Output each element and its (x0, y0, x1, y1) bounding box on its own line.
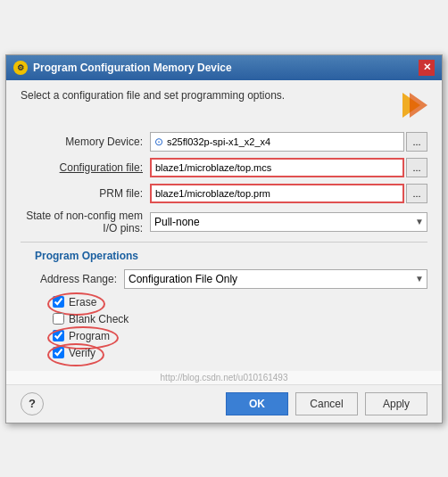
verify-wrapper: Verify (53, 347, 95, 359)
config-file-label: Configuration file: (21, 161, 150, 174)
close-button[interactable]: ✕ (419, 60, 435, 76)
memory-device-label: Memory Device: (21, 136, 150, 148)
erase-label: Erase (69, 296, 96, 308)
prm-file-input-group: ... (150, 184, 427, 203)
config-file-row: Configuration file: ... (21, 158, 427, 177)
description-text: Select a configuration file and set prog… (21, 89, 285, 102)
verify-checkbox[interactable] (53, 347, 64, 358)
device-icon: ⊙ (154, 136, 163, 148)
state-select-wrapper: Pull-none Pull-up Pull-down Float ▼ (150, 212, 427, 232)
prm-file-input[interactable] (150, 184, 404, 203)
divider (21, 242, 427, 243)
prm-file-row: PRM file: ... (21, 184, 427, 203)
address-range-select[interactable]: Configuration File Only Entire Configura… (124, 269, 427, 289)
address-range-label: Address Range: (35, 273, 124, 285)
memory-device-browse-button[interactable]: ... (406, 132, 427, 152)
dialog: ⚙ Program Configuration Memory Device ✕ … (5, 54, 443, 424)
ok-button[interactable]: OK (226, 392, 288, 415)
config-file-input[interactable] (150, 158, 404, 177)
program-ops-title: Program Operations (35, 250, 427, 262)
brand-logo (395, 89, 427, 121)
program-row: Program (35, 330, 427, 342)
button-row: ? OK Cancel Apply (6, 384, 442, 423)
title-bar-left: ⚙ Program Configuration Memory Device (13, 61, 232, 75)
address-range-select-wrapper: Configuration File Only Entire Configura… (124, 269, 427, 289)
verify-row: Verify (35, 347, 427, 359)
erase-row: Erase (35, 296, 427, 308)
description-row: Select a configuration file and set prog… (21, 89, 427, 121)
memory-device-value: s25fl032p-spi-x1_x2_x4 (167, 136, 270, 147)
title-icon: ⚙ (13, 61, 28, 75)
title-bar: ⚙ Program Configuration Memory Device ✕ (6, 55, 442, 80)
form-fields: Memory Device: ⊙ s25fl032p-spi-x1_x2_x4 … (21, 132, 427, 234)
memory-device-display: ⊙ s25fl032p-spi-x1_x2_x4 (150, 132, 404, 152)
dialog-body: Select a configuration file and set prog… (6, 80, 442, 371)
cancel-button[interactable]: Cancel (295, 392, 358, 415)
program-checkbox[interactable] (53, 330, 64, 341)
erase-checkbox[interactable] (53, 296, 64, 308)
erase-wrapper: Erase (53, 296, 96, 308)
prm-file-label: PRM file: (21, 187, 150, 200)
blank-check-checkbox[interactable] (53, 313, 64, 325)
blank-check-label: Blank Check (69, 313, 129, 325)
memory-device-input-group: ⊙ s25fl032p-spi-x1_x2_x4 ... (150, 132, 427, 152)
program-wrapper: Program (53, 330, 110, 342)
program-operations: Program Operations Address Range: Config… (21, 250, 427, 359)
help-button[interactable]: ? (21, 392, 44, 415)
apply-button[interactable]: Apply (365, 392, 427, 415)
memory-device-row: Memory Device: ⊙ s25fl032p-spi-x1_x2_x4 … (21, 132, 427, 152)
address-range-row: Address Range: Configuration File Only E… (35, 269, 427, 289)
state-label: State of non-config mem I/O pins: (21, 210, 150, 234)
config-file-browse-button[interactable]: ... (406, 158, 427, 177)
verify-label: Verify (69, 347, 95, 359)
state-row: State of non-config mem I/O pins: Pull-n… (21, 210, 427, 234)
blank-check-row: Blank Check (35, 313, 427, 325)
blank-check-wrapper: Blank Check (53, 313, 129, 325)
program-label: Program (69, 330, 110, 342)
state-select[interactable]: Pull-none Pull-up Pull-down Float (150, 212, 427, 232)
prm-file-browse-button[interactable]: ... (406, 184, 427, 203)
watermark: http://blog.csdn.net/u010161493 (6, 371, 442, 384)
dialog-title: Program Configuration Memory Device (33, 62, 232, 74)
config-file-input-group: ... (150, 158, 427, 177)
svg-marker-1 (410, 93, 427, 118)
